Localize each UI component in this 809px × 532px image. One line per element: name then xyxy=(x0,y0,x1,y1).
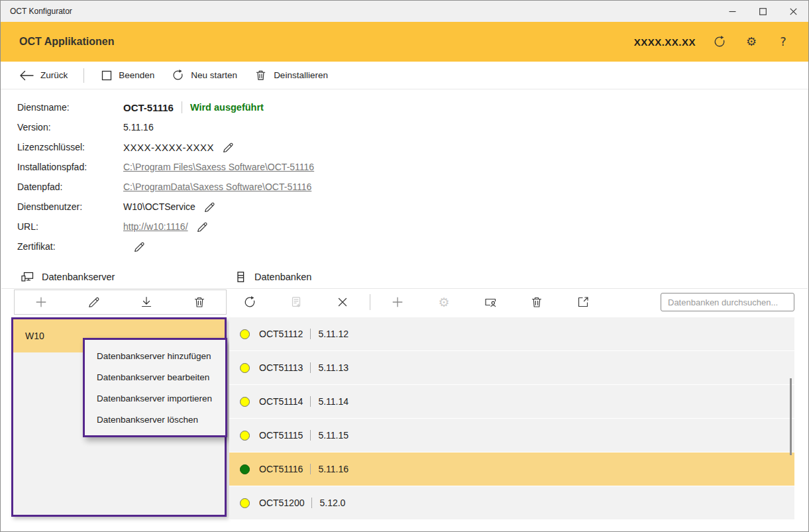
detail-row-datenpfad: Datenpfad: C:\ProgramData\Saxess Softwar… xyxy=(1,177,808,197)
menu-item-edit-server[interactable]: Datenbankserver bearbeiten xyxy=(85,366,225,388)
datenpfad-label: Datenpfad: xyxy=(17,182,123,192)
status-dot-yellow xyxy=(240,363,250,373)
disconnect-database-button[interactable] xyxy=(333,292,352,312)
uninstall-button[interactable]: Deinstallieren xyxy=(254,69,328,81)
status-dot-yellow xyxy=(240,498,250,508)
pencil-icon xyxy=(87,295,101,309)
dienstbenutzer-label: Dienstbenutzer: xyxy=(17,201,123,212)
rename-database-button[interactable] xyxy=(480,292,500,312)
version-value: 5.11.16 xyxy=(123,122,154,133)
database-version: 5.12.0 xyxy=(319,498,345,508)
close-button[interactable] xyxy=(778,1,808,22)
database-list-item[interactable]: OCT51112 5.11.12 xyxy=(229,317,794,350)
database-list-item[interactable]: OCT51115 5.11.15 xyxy=(229,419,794,452)
database-panel-title: Datenbanken xyxy=(254,272,311,282)
menu-item-import-server[interactable]: Datenbankserver importieren xyxy=(85,388,225,409)
plus-icon xyxy=(34,295,48,309)
refresh-databases-button[interactable] xyxy=(240,292,260,312)
service-url-link[interactable]: http://w10:1116/ xyxy=(123,221,188,232)
pencil-icon xyxy=(133,240,146,253)
app-version: XXXX.XX.XX xyxy=(634,36,696,48)
database-list-item-selected[interactable]: OCT51116 5.11.16 xyxy=(229,452,794,486)
service-details: Dienstname: OCT-51116 Wird ausgeführt Ve… xyxy=(1,89,808,256)
pipe-divider xyxy=(310,362,311,373)
database-search-input[interactable] xyxy=(661,293,794,311)
back-arrow-icon xyxy=(19,70,34,81)
delete-server-button[interactable] xyxy=(189,292,209,312)
header-actions: XXXX.XX.XX ⚙ ? xyxy=(634,34,808,50)
trash-icon xyxy=(254,69,267,81)
edit-service-user-button[interactable] xyxy=(203,201,216,213)
stop-service-button[interactable]: Beenden xyxy=(101,70,154,81)
maximize-button[interactable] xyxy=(747,1,778,22)
service-name-value: OCT-51116 xyxy=(123,102,174,113)
export-database-button[interactable] xyxy=(573,292,593,312)
database-name: OCT51113 xyxy=(259,362,303,373)
detail-row-url: URL: http://w10:1116/ xyxy=(1,217,808,237)
import-server-button[interactable] xyxy=(136,292,156,312)
install-path-link[interactable]: C:\Program Files\Saxess Software\OCT-511… xyxy=(123,162,314,172)
database-icon xyxy=(234,270,247,284)
refresh-icon xyxy=(243,295,256,309)
detail-row-version: Version: 5.11.16 xyxy=(1,117,808,137)
help-button[interactable]: ? xyxy=(775,34,791,50)
server-panel-header: Datenbankserver xyxy=(21,267,115,287)
server-panel-title: Datenbankserver xyxy=(42,272,115,282)
script-add-button[interactable] xyxy=(286,292,306,312)
scrollbar-thumb[interactable] xyxy=(790,378,792,455)
installationspfad-label: Installationspfad: xyxy=(17,162,123,172)
pipe-divider xyxy=(310,329,311,339)
edit-server-button[interactable] xyxy=(84,292,104,312)
database-name: OCT51115 xyxy=(259,430,303,441)
close-icon xyxy=(790,8,797,15)
database-name: OCT51200 xyxy=(259,498,304,508)
version-label: Version: xyxy=(17,122,123,133)
add-database-button[interactable] xyxy=(388,292,407,312)
title-bar: OCT Konfigurator xyxy=(1,1,808,22)
menu-item-label: Datenbankserver hinzufügen xyxy=(97,351,211,361)
edit-certificate-button[interactable] xyxy=(133,240,146,253)
edit-url-button[interactable] xyxy=(196,221,209,233)
database-toolbar: ⚙ xyxy=(229,290,794,315)
download-icon xyxy=(140,295,153,309)
minimize-button[interactable] xyxy=(717,1,747,22)
database-settings-button[interactable]: ⚙ xyxy=(434,292,454,312)
delete-database-button[interactable] xyxy=(527,292,547,312)
detail-row-installationspfad: Installationspfad: C:\Program Files\Saxe… xyxy=(1,157,808,177)
data-path-link[interactable]: C:\ProgramData\Saxess Software\OCT-51116 xyxy=(123,182,311,192)
database-version: 5.11.15 xyxy=(318,430,349,441)
refresh-icon xyxy=(713,35,726,48)
back-button[interactable]: Zurück xyxy=(19,70,68,81)
database-version: 5.11.13 xyxy=(318,362,349,373)
menu-item-delete-server[interactable]: Datenbankserver löschen xyxy=(85,409,225,430)
pencil-icon xyxy=(203,201,216,213)
toolbar-separator xyxy=(83,68,84,83)
status-dot-green xyxy=(240,464,250,474)
refresh-button[interactable] xyxy=(712,34,728,50)
database-name: OCT51116 xyxy=(259,464,303,474)
restart-service-button[interactable]: Neu starten xyxy=(172,69,237,81)
database-list-item[interactable]: OCT51200 5.12.0 xyxy=(229,486,794,519)
menu-item-add-server[interactable]: Datenbankserver hinzufügen xyxy=(85,345,225,366)
database-version: 5.11.14 xyxy=(318,396,349,407)
status-dot-yellow xyxy=(240,397,250,407)
pipe-divider xyxy=(310,396,311,407)
database-list: OCT51112 5.11.12 OCT51113 5.11.13 OCT511… xyxy=(229,317,794,520)
lizenz-label: Lizenzschlüssel: xyxy=(17,142,123,152)
detail-row-dienstname: Dienstname: OCT-51116 Wird ausgeführt xyxy=(1,97,808,117)
app-window: OCT Konfigurator OCT Applikationen XXXX.… xyxy=(0,0,809,532)
gear-icon: ⚙ xyxy=(746,36,757,48)
devices-icon xyxy=(21,270,34,284)
detail-row-lizenz: Lizenzschlüssel: XXXX-XXXX-XXXX xyxy=(1,137,808,157)
trash-icon xyxy=(193,295,206,309)
edit-license-button[interactable] xyxy=(222,141,235,154)
database-list-item[interactable]: OCT51113 5.11.13 xyxy=(229,351,794,384)
zertifikat-label: Zertifikat: xyxy=(17,241,123,252)
add-server-button[interactable] xyxy=(31,292,51,312)
database-list-item[interactable]: OCT51114 5.11.14 xyxy=(229,385,794,418)
pipe-divider xyxy=(310,430,311,441)
server-toolbar xyxy=(14,290,227,315)
settings-button[interactable]: ⚙ xyxy=(743,34,759,50)
status-dot-yellow xyxy=(240,329,250,339)
service-status: Wird ausgeführt xyxy=(190,102,264,113)
